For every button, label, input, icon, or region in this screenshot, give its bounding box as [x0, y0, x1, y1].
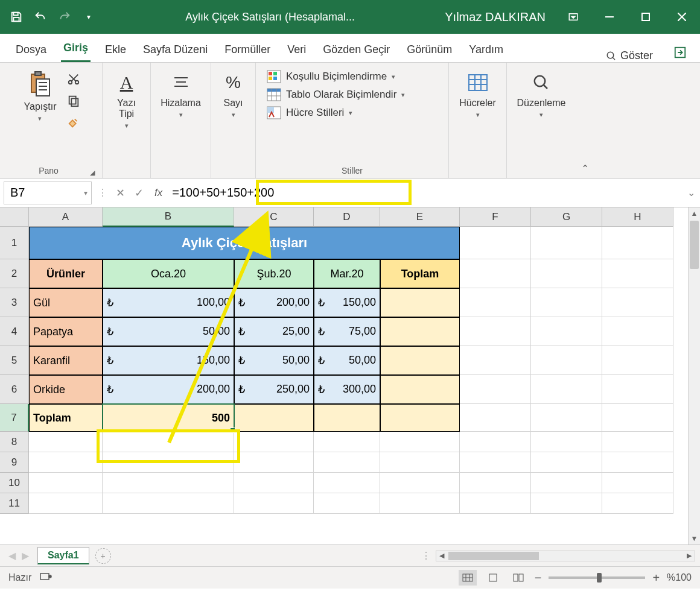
header-month[interactable]: Şub.20: [234, 259, 314, 288]
cell-value[interactable]: ₺50,00: [314, 346, 380, 375]
sheet-nav-next-icon[interactable]: ▶: [22, 550, 29, 561]
row-header[interactable]: 5: [0, 346, 29, 375]
row-header[interactable]: 4: [0, 317, 29, 346]
col-header-h[interactable]: H: [602, 207, 673, 227]
product-name[interactable]: Gül: [29, 288, 103, 317]
scroll-thumb[interactable]: [448, 552, 539, 560]
sheet-nav-prev-icon[interactable]: ◀: [8, 550, 16, 561]
cell-value[interactable]: ₺50,00: [234, 346, 314, 375]
close-button[interactable]: [664, 0, 700, 34]
col-header-c[interactable]: C: [234, 207, 314, 227]
tab-insert[interactable]: Ekle: [103, 37, 129, 62]
collapse-ribbon-icon[interactable]: ⌃: [576, 63, 594, 178]
cell-value[interactable]: ₺100,00: [103, 288, 234, 317]
save-icon[interactable]: [10, 10, 23, 24]
row-header[interactable]: 8: [0, 432, 29, 452]
cell-value[interactable]: ₺75,00: [314, 317, 380, 346]
header-month[interactable]: Oca.20: [103, 259, 234, 288]
format-painter-icon[interactable]: [66, 115, 81, 130]
tab-formulas[interactable]: Formüller: [222, 37, 273, 62]
zoom-slider[interactable]: [549, 576, 645, 579]
scroll-right-icon[interactable]: ▶: [684, 552, 695, 560]
add-sheet-button[interactable]: +: [95, 548, 111, 564]
cut-icon[interactable]: [66, 71, 81, 87]
cell-styles-button[interactable]: Hücre Stilleri▾: [267, 106, 438, 119]
tab-review[interactable]: Gözden Geçir: [320, 37, 392, 62]
row-header[interactable]: 11: [0, 493, 29, 514]
format-as-table-button[interactable]: Tablo Olarak Biçimlendir▾: [267, 88, 438, 101]
tab-data[interactable]: Veri: [285, 37, 308, 62]
font-group-button[interactable]: A Yazı Tipi▾: [112, 68, 142, 132]
maximize-button[interactable]: [628, 0, 664, 34]
tab-view[interactable]: Görünüm: [404, 37, 454, 62]
col-header-g[interactable]: G: [531, 207, 602, 227]
redo-icon[interactable]: [58, 10, 71, 24]
cell-value[interactable]: [380, 317, 460, 346]
macro-record-icon[interactable]: [40, 572, 52, 584]
cell-value[interactable]: [234, 404, 314, 432]
zoom-in-button[interactable]: +: [652, 571, 660, 585]
select-all-corner[interactable]: [0, 207, 29, 227]
row-header[interactable]: 9: [0, 452, 29, 473]
row-header[interactable]: 7: [0, 404, 29, 432]
col-header-a[interactable]: A: [29, 207, 103, 227]
cell-value[interactable]: [380, 346, 460, 375]
share-icon[interactable]: [673, 46, 687, 62]
tab-home[interactable]: Giriş: [61, 36, 91, 62]
view-normal-button[interactable]: [459, 570, 477, 586]
header-total[interactable]: Toplam: [380, 259, 460, 288]
cell-value[interactable]: [314, 404, 380, 432]
number-group-button[interactable]: % Sayı▾: [218, 68, 249, 121]
product-name[interactable]: Papatya: [29, 317, 103, 346]
zoom-out-button[interactable]: −: [535, 571, 542, 585]
tell-me-search[interactable]: Göster: [606, 49, 653, 62]
cell-value[interactable]: ₺250,00: [234, 375, 314, 404]
cell-value[interactable]: ₺150,00: [103, 346, 234, 375]
header-products[interactable]: Ürünler: [29, 259, 103, 288]
cancel-formula-icon[interactable]: ✕: [116, 186, 125, 200]
cells-group-button[interactable]: Hücreler▾: [456, 68, 499, 121]
zoom-level[interactable]: %100: [667, 572, 692, 583]
view-page-layout-button[interactable]: [484, 570, 502, 586]
product-name[interactable]: Orkide: [29, 375, 103, 404]
clipboard-dialog-launcher[interactable]: ◢: [90, 169, 95, 177]
row-header[interactable]: 6: [0, 375, 29, 404]
col-header-d[interactable]: D: [314, 207, 380, 227]
table-title[interactable]: Aylık Çiçek Satışları: [29, 227, 460, 259]
row-header[interactable]: 2: [0, 259, 29, 288]
tab-page-layout[interactable]: Sayfa Düzeni: [141, 37, 210, 62]
scroll-thumb[interactable]: [690, 221, 699, 269]
tab-file[interactable]: Dosya: [13, 37, 49, 62]
cell-value[interactable]: ₺25,00: [234, 317, 314, 346]
row-header[interactable]: 3: [0, 288, 29, 317]
name-box[interactable]: B7: [4, 182, 92, 204]
row-header[interactable]: 1: [0, 227, 29, 259]
quick-access-more-icon[interactable]: ▾: [82, 10, 95, 24]
header-month[interactable]: Mar.20: [314, 259, 380, 288]
cell-value[interactable]: [380, 404, 460, 432]
minimize-button[interactable]: [591, 0, 628, 34]
horizontal-scrollbar[interactable]: ◀ ▶: [436, 551, 695, 561]
alignment-group-button[interactable]: Hizalama▾: [157, 68, 205, 121]
enter-formula-icon[interactable]: ✓: [135, 186, 144, 200]
col-header-e[interactable]: E: [380, 207, 460, 227]
col-header-b[interactable]: B: [103, 207, 234, 227]
row-header[interactable]: 10: [0, 473, 29, 493]
editing-group-button[interactable]: Düzenleme▾: [514, 68, 570, 121]
formula-input[interactable]: [167, 182, 682, 204]
splitter-handle[interactable]: ⋮: [416, 550, 436, 561]
undo-icon[interactable]: [34, 10, 47, 24]
user-name[interactable]: Yılmaz DALKIRAN: [435, 10, 555, 24]
sheet-tab[interactable]: Sayfa1: [37, 547, 89, 564]
cell-value[interactable]: [380, 375, 460, 404]
cell-value[interactable]: ₺150,00: [314, 288, 380, 317]
total-row-header[interactable]: Toplam: [29, 404, 103, 432]
scroll-left-icon[interactable]: ◀: [436, 552, 447, 560]
tab-help[interactable]: Yardım: [466, 37, 506, 62]
ribbon-display-icon[interactable]: [555, 0, 591, 34]
cell-selected[interactable]: 500: [103, 404, 234, 432]
copy-icon[interactable]: [66, 93, 81, 109]
cell-value[interactable]: ₺200,00: [103, 375, 234, 404]
fx-icon[interactable]: fx: [150, 187, 167, 199]
vertical-scrollbar[interactable]: ▲ ▼: [688, 207, 700, 545]
